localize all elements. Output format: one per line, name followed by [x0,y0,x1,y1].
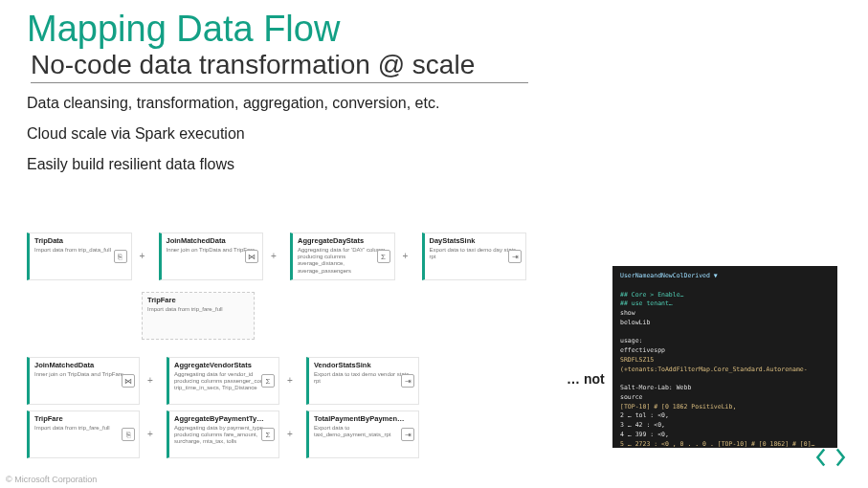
sink-icon: ⇥ [508,250,522,263]
flow-row-3: JoinMatchedDataInner join on TripData an… [27,357,553,405]
desc-line-1: Data cleansing, transformation, aggregat… [27,95,868,112]
node-paymentsink: TotalPaymentByPaymen…Export data to taxi… [306,410,419,458]
flow-row-2: TripFareImport data from trip_fare_full [27,292,553,340]
brand-logo-icon [814,446,847,473]
node-join2: JoinMatchedDataInner join on TripData an… [27,357,140,405]
node-aggvendor: AggregateVendorStatsAggregating data for… [167,357,279,405]
node-sink: DayStatsSinkExport data to taxi demo day… [422,233,527,280]
add-icon: + [145,429,156,440]
add-icon: + [137,251,148,262]
node-aggregate: AggregateDayStatsAggregating data for 'D… [290,233,395,280]
flow-row-1: TripDataImport data from trip_data_full … [27,233,553,280]
desc-line-2: Cloud scale via Spark execution [27,125,868,143]
node-tripfare: TripFareImport data from trip_fare_full … [27,410,140,458]
add-icon: + [145,375,156,387]
node-vendorsink: VendorStatsSinkExport data to taxi demo … [306,357,419,405]
source-icon: ⎘ [122,428,135,441]
add-icon: + [284,429,296,440]
add-icon: + [400,251,412,262]
slide-subtitle: No-code data transformation @ scale [31,50,528,83]
slide-title: Mapping Data Flow [27,10,868,50]
copyright: © Microsoft Corporation [6,475,97,484]
aggregate-icon: Σ [261,428,275,441]
node-tripfare-ghost: TripFareImport data from trip_fare_full [142,292,255,340]
sink-icon: ⇥ [401,374,414,388]
data-flow-diagram: TripDataImport data from trip_data_full … [27,233,553,462]
aggregate-icon: Σ [261,374,275,388]
sink-icon: ⇥ [401,428,414,441]
not-label: … not [567,371,605,387]
code-snippet: UserNameandNewColDerived ▼ ## Core > Ena… [612,266,837,448]
source-icon: ⎘ [114,250,127,263]
join-icon: ⋈ [122,374,135,388]
flow-row-4: TripFareImport data from trip_fare_full … [27,410,553,458]
aggregate-icon: Σ [377,250,390,263]
node-join: JoinMatchedDataInner join on TripData an… [159,233,264,280]
desc-line-3: Easily build resilient data flows [27,156,868,173]
node-aggpayment: AggregateByPaymentTy…Aggregating data by… [167,410,279,458]
join-icon: ⋈ [245,250,258,263]
add-icon: + [268,251,279,262]
node-tripdata: TripDataImport data from trip_data_full … [27,233,132,280]
add-icon: + [284,375,296,387]
